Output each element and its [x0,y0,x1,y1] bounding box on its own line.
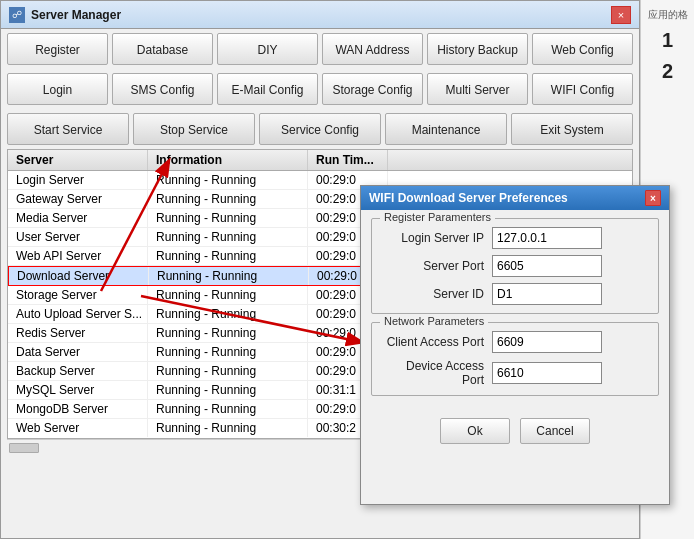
ok-button[interactable]: Ok [440,418,510,444]
title-bar: ☍ Server Manager × [1,1,639,29]
cell-server: Download Server [9,267,149,285]
exit-system-btn[interactable]: Exit System [511,113,633,145]
login-server-ip-row: Login Server IP [382,227,648,249]
login-server-ip-input[interactable] [492,227,602,249]
diy-btn[interactable]: DIY [217,33,318,65]
cell-server: Gateway Server [8,190,148,208]
header-info: Information [148,150,308,170]
cell-server: Web Server [8,419,148,437]
stop-service-btn[interactable]: Stop Service [133,113,255,145]
server-port-label: Server Port [382,259,492,273]
multi-server-btn[interactable]: Multi Server [427,73,528,105]
maintenance-btn[interactable]: Maintenance [385,113,507,145]
service-config-btn[interactable]: Service Config [259,113,381,145]
toolbar-row-3: Start Service Stop Service Service Confi… [1,109,639,149]
window-title: Server Manager [31,8,611,22]
client-access-port-label: Client Access Port [382,335,492,349]
cell-server: Login Server [8,171,148,189]
dialog-title-bar: WIFI Download Server Preferences × [361,186,669,210]
cell-server: Backup Server [8,362,148,380]
cell-server: MongoDB Server [8,400,148,418]
cell-info: Running - Running [148,324,308,342]
cell-server: User Server [8,228,148,246]
register-btn[interactable]: Register [7,33,108,65]
wan-address-btn[interactable]: WAN Address [322,33,423,65]
server-id-label: Server ID [382,287,492,301]
wifi-dialog: WIFI Download Server Preferences × Regis… [360,185,670,505]
network-group-label: Network Parameters [380,315,488,327]
cell-server: Web API Server [8,247,148,265]
toolbar-row-2: Login SMS Config E-Mail Config Storage C… [1,69,639,109]
cancel-button[interactable]: Cancel [520,418,590,444]
cell-server: Redis Server [8,324,148,342]
cell-info: Running - Running [148,209,308,227]
app-icon: ☍ [9,7,25,23]
storage-config-btn[interactable]: Storage Config [322,73,423,105]
cell-info: Running - Running [148,190,308,208]
device-access-port-label: Device Access Port [382,359,492,387]
wifi-config-btn[interactable]: WIFI Config [532,73,633,105]
right-panel-num1: 1 [645,29,690,52]
login-server-ip-label: Login Server IP [382,231,492,245]
toolbar-row-1: Register Database DIY WAN Address Histor… [1,29,639,69]
right-panel-num2: 2 [645,60,690,83]
network-params-group: Network Parameters Client Access Port De… [371,322,659,396]
cell-info: Running - Running [148,343,308,361]
dialog-close-btn[interactable]: × [645,190,661,206]
cell-info: Running - Running [148,228,308,246]
server-port-row: Server Port [382,255,648,277]
window-close-btn[interactable]: × [611,6,631,24]
cell-info: Running - Running [148,362,308,380]
cell-info: Running - Running [148,419,308,437]
email-config-btn[interactable]: E-Mail Config [217,73,318,105]
device-access-port-row: Device Access Port [382,359,648,387]
client-access-port-row: Client Access Port [382,331,648,353]
cell-info: Running - Running [148,171,308,189]
login-btn[interactable]: Login [7,73,108,105]
right-panel-text: 应用的格 [645,8,690,21]
history-backup-btn[interactable]: History Backup [427,33,528,65]
cell-server: Storage Server [8,286,148,304]
cell-info: Running - Running [148,381,308,399]
dialog-footer: Ok Cancel [361,412,669,450]
cell-server: Data Server [8,343,148,361]
database-btn[interactable]: Database [112,33,213,65]
start-service-btn[interactable]: Start Service [7,113,129,145]
web-config-btn[interactable]: Web Config [532,33,633,65]
client-access-port-input[interactable] [492,331,602,353]
cell-info: Running - Running [148,400,308,418]
header-runtime: Run Tim... [308,150,388,170]
cell-info: Running - Running [148,286,308,304]
register-group-label: Register Paramenters [380,211,495,223]
server-id-row: Server ID [382,283,648,305]
cell-info: Running - Running [149,267,309,285]
server-id-input[interactable] [492,283,602,305]
cell-server: MySQL Server [8,381,148,399]
cell-server: Media Server [8,209,148,227]
server-port-input[interactable] [492,255,602,277]
header-server: Server [8,150,148,170]
device-access-port-input[interactable] [492,362,602,384]
table-header: Server Information Run Tim... [8,150,632,171]
cell-info: Running - Running [148,305,308,323]
dialog-body: Register Paramenters Login Server IP Ser… [361,210,669,412]
register-params-group: Register Paramenters Login Server IP Ser… [371,218,659,314]
cell-info: Running - Running [148,247,308,265]
sms-config-btn[interactable]: SMS Config [112,73,213,105]
scrollbar-thumb[interactable] [9,443,39,453]
dialog-title: WIFI Download Server Preferences [369,191,645,205]
cell-server: Auto Upload Server S... [8,305,148,323]
